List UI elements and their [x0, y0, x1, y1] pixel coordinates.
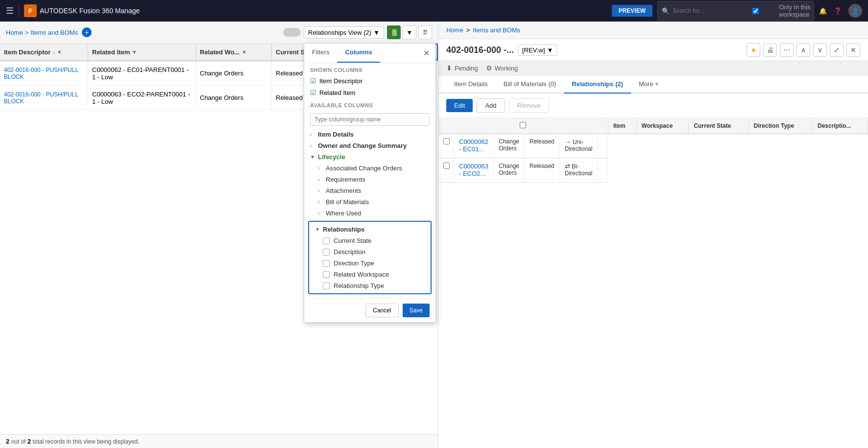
checkbox-description[interactable] [323, 249, 330, 256]
tab-more[interactable]: More + [631, 75, 667, 94]
tree-item-where-used[interactable]: › Where Used [304, 208, 435, 219]
checkbox-relationship-type[interactable] [323, 283, 330, 289]
cancel-button[interactable]: Cancel [365, 304, 398, 317]
filter-button[interactable]: ▼ [403, 25, 416, 39]
add-button[interactable]: + [82, 27, 92, 37]
tree-item-description[interactable]: Description [309, 246, 431, 258]
col-header-item-desc[interactable]: Item Descriptor ↓ ▼ [0, 44, 88, 60]
relationships-section: ▼ Relationships Current State Descriptio… [308, 221, 432, 294]
tree-item-bom[interactable]: › Bill of Materials [304, 196, 435, 208]
col-check [438, 118, 608, 134]
view-selector: Relationships View (2) ▼ 📗 ▼ ⠿ [283, 25, 432, 39]
rev-dropdown[interactable]: [REV:w] ▼ [518, 45, 557, 56]
preview-button[interactable]: PREVIEW [612, 5, 652, 17]
edit-button[interactable]: Edit [446, 99, 473, 112]
bell-icon[interactable]: 🔔 [819, 7, 827, 15]
tree-item-lifecycle[interactable]: ▼ Lifecycle [304, 151, 435, 163]
row-checkbox[interactable] [443, 163, 450, 169]
star-button[interactable]: ★ [747, 43, 760, 57]
cell-related-wo: Change Orders [196, 61, 272, 85]
view-label: Relationships View (2) [308, 29, 371, 36]
cell-item: C0000063 - ECO2... [454, 159, 494, 183]
toggle-switch[interactable] [283, 28, 301, 37]
cell-description [598, 159, 608, 183]
item-link[interactable]: C0000062 - EC01... [459, 138, 488, 153]
cell-description [598, 134, 608, 158]
filter-icon: ▼ [407, 29, 413, 36]
tab-bom[interactable]: Bill of Materials (0) [496, 75, 564, 94]
direction-icon: → [565, 138, 571, 145]
view-dropdown[interactable]: Relationships View (2) ▼ [304, 26, 384, 39]
excel-export-button[interactable]: 📗 [387, 25, 401, 39]
search-input[interactable] [673, 7, 731, 14]
row-checkbox[interactable] [443, 138, 450, 144]
next-button[interactable]: ∨ [813, 43, 827, 57]
cell-related-item: C0000062 - EC01-PARENT0001 - 1 - Low [88, 61, 196, 85]
cell-item-desc: 402-0016-000 - PUSH/PULL BLOCK [0, 61, 88, 85]
checkbox-current-state[interactable] [323, 237, 330, 244]
save-button[interactable]: Save [403, 304, 430, 317]
icon-buttons: 📗 ▼ ⠿ [387, 25, 432, 39]
cell-related-wo: Change Orders [196, 86, 272, 110]
excel-icon: 📗 [390, 29, 398, 36]
tab-columns[interactable]: Columns [337, 44, 380, 63]
right-panel: Home > Items and BOMs 402-0016-000 -... … [438, 22, 868, 448]
item-id: 402-0016-000 -... [446, 45, 514, 55]
tree-item-owner[interactable]: › Owner and Change Summary [304, 140, 435, 151]
col-header-related-wo[interactable]: Related Wo... ▼ [196, 44, 272, 60]
logo-block: F AUTODESK Fusion 360 Manage [19, 4, 140, 17]
expand-icon: › [318, 177, 324, 182]
col-header-related-item[interactable]: Related Item ▼ [88, 44, 196, 60]
grid-button[interactable]: ⠿ [418, 25, 432, 39]
help-icon[interactable]: ❓ [834, 7, 842, 15]
tree-item-related-workspace[interactable]: Related Workspace [309, 269, 431, 280]
breadcrumb-home[interactable]: Home [6, 29, 23, 36]
tree-item-requirements[interactable]: › Requirements [304, 174, 435, 185]
tree-item-attachments[interactable]: › Attachments [304, 185, 435, 196]
right-breadcrumb-home[interactable]: Home [446, 26, 463, 34]
close-button[interactable]: ✕ [846, 43, 860, 57]
more-button[interactable]: ⋯ [780, 43, 794, 57]
rev-label: [REV:w] [522, 47, 545, 54]
tree-item-associated[interactable]: › Associated Change Orders [304, 163, 435, 174]
close-button[interactable]: ✕ [417, 44, 435, 63]
checkbox-direction-type[interactable] [323, 260, 330, 267]
right-breadcrumb: Home > Items and BOMs [438, 22, 868, 39]
expand-button[interactable]: ⤢ [830, 43, 844, 57]
right-tabs: Item Details Bill of Materials (0) Relat… [438, 75, 868, 94]
tab-filters[interactable]: Filters [304, 44, 337, 63]
print-button[interactable]: 🖨 [763, 43, 777, 57]
add-button[interactable]: Add [477, 98, 505, 113]
table-row: C0000063 - ECO2... Change Orders Release… [438, 159, 608, 183]
cell-item: C0000062 - EC01... [454, 134, 494, 158]
item-desc-link[interactable]: 402-0016-000 - PUSH/PULL BLOCK [4, 91, 84, 105]
right-header-icons: ★ 🖨 ⋯ ∧ ∨ ⤢ ✕ [747, 43, 860, 57]
tab-relationships[interactable]: Relationships (2) [564, 75, 631, 94]
col-description: Descriptio... [812, 118, 868, 134]
select-all-checkbox[interactable] [520, 122, 526, 128]
shown-columns-label: SHOWN COLUMNS [304, 63, 435, 75]
checkbox-related-workspace[interactable] [323, 271, 330, 278]
related-item-label: Related Item [92, 48, 130, 56]
breadcrumb-current[interactable]: Items and BOMs [30, 29, 78, 36]
autodesk-logo-icon: F [24, 4, 37, 17]
tree-item-relationships[interactable]: ▼ Relationships [309, 224, 431, 235]
prev-button[interactable]: ∧ [796, 43, 810, 57]
tree-item-direction-type[interactable]: Direction Type [309, 258, 431, 269]
hamburger-icon[interactable]: ☰ [6, 5, 14, 16]
tree-item-current-state[interactable]: Current State [309, 235, 431, 246]
right-breadcrumb-current[interactable]: Items and BOMs [473, 26, 520, 34]
grid-icon: ⠿ [423, 29, 428, 36]
item-desc-link[interactable]: 402-0016-000 - PUSH/PULL BLOCK [4, 67, 84, 80]
tab-item-details[interactable]: Item Details [446, 75, 496, 94]
tree-item-relationship-type[interactable]: Relationship Type [309, 280, 431, 291]
right-breadcrumb-sep: > [466, 26, 470, 34]
panel-footer: Cancel Save [304, 298, 435, 322]
main-layout: Home > Items and BOMs + Relationships Vi… [0, 22, 868, 448]
item-link[interactable]: C0000063 - ECO2... [459, 163, 488, 177]
column-search-input[interactable] [310, 113, 430, 126]
workspace-checkbox[interactable] [734, 8, 777, 14]
avatar[interactable]: 👤 [848, 4, 862, 18]
breadcrumb: Home > Items and BOMs [6, 29, 78, 36]
tree-item-details[interactable]: › Item Details [304, 129, 435, 140]
